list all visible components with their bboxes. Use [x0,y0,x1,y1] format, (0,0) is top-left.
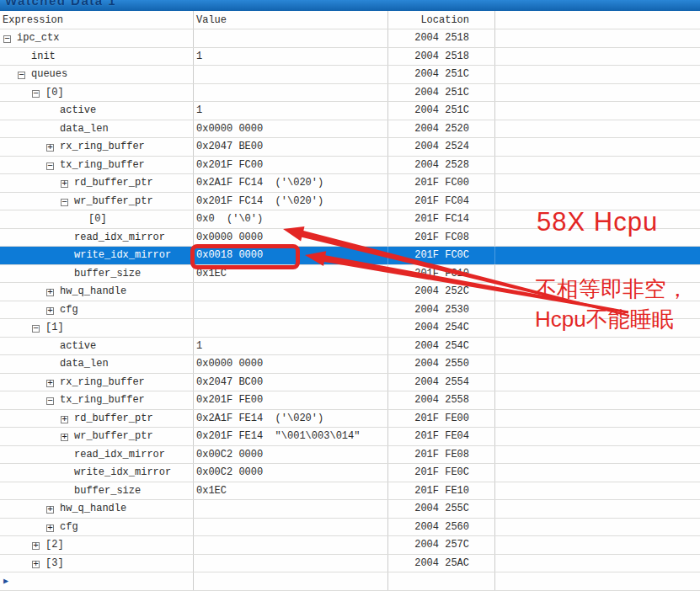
expand-icon[interactable]: + [32,561,40,568]
value-cell: 0x201F FE00 [194,391,388,409]
expression-label: rx_ring_buffer [60,376,145,388]
watch-row[interactable]: −write_idx_mirror0x0018 0000201F FC0C [0,247,700,265]
watch-row[interactable]: +rx_ring_buffer0x2047 BC002004 2554 [0,374,700,392]
row-spacer-cell [495,482,700,500]
expand-icon[interactable]: + [61,434,68,441]
expression-label: [2] [45,539,64,551]
watch-row[interactable]: −tx_ring_buffer0x201F FC002004 2528 [0,157,700,175]
location-cell: 201F FE04 [388,428,495,445]
row-spacer-cell [495,84,700,102]
watch-row[interactable]: −data_len0x0000 00002004 2550 [0,355,700,374]
value-cell: 0x201F FE14 "\001\003\014" [194,428,388,445]
column-header-value[interactable]: Value [194,11,388,29]
value-cell [194,283,388,301]
collapse-icon[interactable]: − [32,90,40,98]
column-header-expression[interactable]: Expression [0,11,194,29]
expression-label: [0] [88,213,107,225]
expression-cell: −wr_buffer_ptr [0,193,194,210]
collapse-icon[interactable]: − [32,325,40,333]
value-cell: 1 [194,102,388,120]
expression-cell: ▶ [0,572,194,590]
value-cell [194,319,388,337]
expression-cell: −buffer_size [0,265,194,283]
value-cell: 0x00C2 0000 [194,446,388,464]
watch-row[interactable]: −queues2004 251C [0,66,700,84]
row-spacer-cell [495,48,700,66]
collapse-icon[interactable]: − [46,162,54,170]
watch-row[interactable]: −active12004 254C [0,338,700,356]
row-spacer-cell [495,428,700,445]
row-spacer-cell [495,555,700,572]
column-header-location[interactable]: Location [388,11,495,29]
expression-label: active [60,340,96,352]
row-spacer-cell [495,29,700,47]
expression-cell: −write_idx_mirror [0,464,194,482]
expand-icon[interactable]: + [46,380,54,387]
expression-cell: +cfg [0,301,194,319]
annotation-note: 不相等即非空， Hcpu不能睡眠 [535,274,688,334]
watch-window: Watched Data 1 Expression Value Location… [0,0,700,591]
watch-row[interactable]: −read_idx_mirror0x00C2 0000201F FE08 [0,446,700,465]
collapse-icon[interactable]: − [46,397,54,405]
watch-row[interactable]: +[2]2004 257C [0,536,700,555]
watch-row[interactable]: −ipc_ctx2004 2518 [0,29,700,48]
watch-row[interactable]: +cfg2004 2560 [0,519,700,537]
row-spacer-cell [495,338,700,355]
collapse-icon[interactable]: − [18,72,25,79]
row-spacer-cell [495,536,700,554]
expand-icon[interactable]: + [61,180,68,188]
watch-row[interactable]: +wr_buffer_ptr0x201F FE14 "\001\003\014"… [0,428,700,446]
expression-cell: +rd_buffer_ptr [0,410,194,428]
watch-row[interactable]: −init12004 2518 [0,48,700,67]
location-cell: 2004 2550 [388,355,495,373]
value-cell: 0x1EC [194,482,388,500]
expand-icon[interactable]: + [46,289,54,296]
expression-cell: −read_idx_mirror [0,446,194,464]
expression-cell: −queues [0,66,194,83]
new-watch-row[interactable]: ▶ [0,572,700,591]
location-cell: 2004 254C [388,338,495,355]
expand-icon[interactable]: + [46,506,54,514]
expression-cell: −init [0,48,194,66]
expression-label: [1] [45,322,64,333]
watch-row[interactable]: +rx_ring_buffer0x2047 BE002004 2524 [0,138,700,157]
value-cell [194,301,388,319]
location-cell: 2004 2530 [388,301,495,319]
location-cell: 201F FC0C [388,247,495,264]
location-cell: 2004 255C [388,500,495,518]
watch-row[interactable]: +[3]2004 25AC [0,555,700,573]
expand-icon[interactable]: + [46,307,54,315]
expression-label: tx_ring_buffer [60,394,145,406]
watch-row[interactable]: −active12004 251C [0,102,700,120]
window-titlebar[interactable]: Watched Data 1 [0,0,700,11]
expression-label: buffer_size [74,485,141,497]
row-spacer-cell [495,355,700,373]
location-cell: 201F FC00 [388,174,495,192]
collapse-icon[interactable]: − [61,199,68,206]
location-cell: 201F FC08 [388,229,495,247]
collapse-icon[interactable]: − [3,35,11,43]
annotation-note-line1: 不相等即非空， [535,274,688,304]
watch-row[interactable]: +rd_buffer_ptr0x2A1F FE14 ('\020')201F F… [0,410,700,429]
watch-row[interactable]: −buffer_size0x1EC201F FE10 [0,482,700,501]
watch-row[interactable]: −write_idx_mirror0x00C2 0000201F FE0C [0,464,700,482]
row-spacer-cell [495,391,700,409]
value-cell: 0x2047 BE00 [194,138,388,156]
watch-row[interactable]: +hw_q_handle2004 255C [0,500,700,519]
expand-icon[interactable]: + [46,144,54,152]
watch-row[interactable]: −[0]2004 251C [0,84,700,103]
value-cell [194,572,388,590]
expand-icon[interactable]: + [32,542,40,550]
expression-cell: −tx_ring_buffer [0,391,194,409]
value-cell: 0x0000 0000 [194,355,388,373]
watch-row[interactable]: −data_len0x0000 00002004 2520 [0,120,700,139]
watch-row[interactable]: −tx_ring_buffer0x201F FE002004 2558 [0,391,700,410]
location-cell: 2004 2560 [388,519,495,536]
expression-label: ipc_ctx [17,32,59,44]
watch-row[interactable]: +rd_buffer_ptr0x2A1F FC14 ('\020')201F F… [0,174,700,193]
row-spacer-cell [495,464,700,482]
expand-icon[interactable]: + [46,524,54,532]
value-cell [194,66,388,83]
location-cell: 2004 251C [388,102,495,120]
expand-icon[interactable]: + [61,416,68,423]
